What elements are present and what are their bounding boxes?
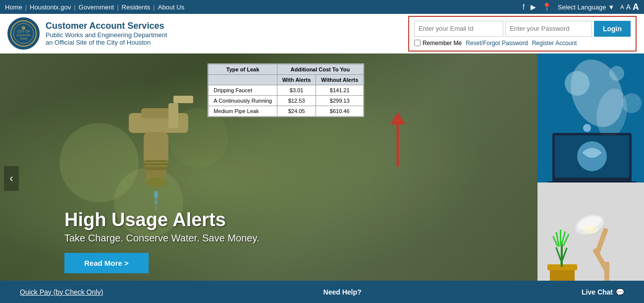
nav-links: Home | Houstontx.gov | Government | Resi… xyxy=(5,3,184,11)
svg-point-44 xyxy=(584,226,598,234)
font-large-btn[interactable]: A xyxy=(633,2,639,12)
login-button[interactable]: Login xyxy=(594,21,631,37)
site-subtitle-1: Public Works and Engineering Department xyxy=(46,31,167,39)
hero-subtitle: Take Charge. Conserve Water. Save Money. xyxy=(64,233,260,244)
table-row: A Continuously Running $12.53 $299.13 xyxy=(209,96,364,106)
svg-point-29 xyxy=(622,93,642,113)
site-title: Customer Account Services xyxy=(46,21,167,31)
maps-icon[interactable]: 📍 xyxy=(542,2,552,12)
footer-bar: Quick Pay (by Check Only) Need Help? Liv… xyxy=(0,281,644,303)
svg-text:TEXAS: TEXAS xyxy=(20,38,27,40)
table-header-cost: Additional Cost To You xyxy=(277,64,363,75)
login-inputs-row: Login xyxy=(414,21,631,37)
login-area: Login Remember Me Reset/Forgot Password … xyxy=(408,16,637,52)
youtube-icon[interactable]: ▶ xyxy=(531,3,536,11)
residents-link[interactable]: Residents xyxy=(122,3,151,11)
leak-type-cell: A Continuously Running xyxy=(209,96,277,106)
leak-cost-table: Type of Leak Additional Cost To You With… xyxy=(208,63,364,117)
remember-me-checkbox[interactable] xyxy=(414,40,421,46)
site-header: CITY OF HOUSTON TEXAS Customer Account S… xyxy=(0,14,644,54)
svg-point-17 xyxy=(155,199,158,205)
reset-password-link[interactable]: Reset/Forgot Password xyxy=(466,40,528,47)
svg-rect-11 xyxy=(168,103,178,128)
svg-rect-19 xyxy=(144,160,168,170)
svg-text:CITY OF: CITY OF xyxy=(17,30,30,33)
main-content: Type of Leak Additional Cost To You With… xyxy=(0,54,644,303)
leak-type-cell: Dripping Faucet xyxy=(209,85,277,96)
header-title: Customer Account Services Public Works a… xyxy=(46,21,167,46)
live-chat-icon: 💬 xyxy=(616,288,624,296)
leak-without-alerts-cell: $610.46 xyxy=(316,106,364,117)
table-subheader-with-alerts: With Alerts xyxy=(277,75,316,85)
chevron-down-icon: ▼ xyxy=(608,3,614,11)
about-link[interactable]: About Us xyxy=(158,3,184,11)
table-subheader-empty xyxy=(209,75,277,85)
register-account-link[interactable]: Register Account xyxy=(532,40,577,47)
svg-point-28 xyxy=(609,66,624,81)
live-chat-label: Live Chat xyxy=(582,288,613,296)
home-link[interactable]: Home xyxy=(5,3,22,11)
svg-point-27 xyxy=(565,71,590,96)
sep3: | xyxy=(117,3,118,11)
svg-point-30 xyxy=(583,124,591,132)
svg-rect-12 xyxy=(173,96,193,103)
table-row: Medium Pipe Leak $24.05 $610.46 xyxy=(209,106,364,117)
sep1: | xyxy=(25,3,27,11)
leak-table: Type of Leak Additional Cost To You With… xyxy=(208,64,364,117)
table-header-type: Type of Leak xyxy=(209,64,277,75)
select-language-label: Select Language xyxy=(558,3,606,11)
slider-prev-arrow[interactable]: ‹ xyxy=(4,166,19,191)
nav-right: f ▶ 📍 Select Language ▼ A A A xyxy=(523,2,639,12)
svg-point-16 xyxy=(154,191,158,199)
password-input[interactable] xyxy=(505,21,592,37)
remember-me-text: Remember Me xyxy=(423,40,462,47)
leak-with-alerts-cell: $24.05 xyxy=(277,106,316,117)
leak-without-alerts-cell: $141.21 xyxy=(316,85,364,96)
svg-point-15 xyxy=(145,178,167,187)
leak-type-cell: Medium Pipe Leak xyxy=(209,106,277,117)
site-subtitle-2: an Official Site of the City of Houston xyxy=(46,39,167,46)
svg-point-5 xyxy=(22,26,25,30)
right-panel xyxy=(537,54,644,303)
svg-rect-51 xyxy=(560,230,561,245)
table-row: Dripping Faucet $3.01 $141.21 xyxy=(209,85,364,96)
top-navigation: Home | Houstontx.gov | Government | Resi… xyxy=(0,0,644,14)
font-medium-btn[interactable]: A xyxy=(626,3,631,11)
leak-with-alerts-cell: $3.01 xyxy=(277,85,316,96)
svg-marker-23 xyxy=(390,112,405,124)
svg-text:HOUSTON: HOUSTON xyxy=(17,34,30,37)
houstontx-link[interactable]: Houstontx.gov xyxy=(30,3,71,11)
site-logo: CITY OF HOUSTON TEXAS Customer Account S… xyxy=(7,17,167,50)
logo-circle: CITY OF HOUSTON TEXAS xyxy=(7,17,40,50)
leak-with-alerts-cell: $12.53 xyxy=(277,96,316,106)
email-input[interactable] xyxy=(414,21,503,37)
font-size-controls: A A A xyxy=(620,2,639,12)
remember-me-label[interactable]: Remember Me xyxy=(414,40,462,47)
quick-pay-link[interactable]: Quick Pay (by Check Only) xyxy=(20,288,103,296)
font-small-btn[interactable]: A xyxy=(620,4,624,10)
hero-overlay: High Usage Alerts Take Charge. Conserve … xyxy=(64,209,260,273)
hero-slider: Type of Leak Additional Cost To You With… xyxy=(0,54,537,303)
live-chat-button[interactable]: Live Chat 💬 xyxy=(582,288,624,296)
hero-title: High Usage Alerts xyxy=(64,209,260,231)
login-links-row: Remember Me Reset/Forgot Password Regist… xyxy=(414,40,631,47)
need-help-text: Need Help? xyxy=(323,288,362,296)
sep2: | xyxy=(74,3,75,11)
red-arrow-indicator xyxy=(388,112,408,152)
read-more-button[interactable]: Read More > xyxy=(64,253,149,273)
table-subheader-without-alerts: Without Alerts xyxy=(316,75,364,85)
facebook-icon[interactable]: f xyxy=(523,3,525,11)
leak-without-alerts-cell: $299.13 xyxy=(316,96,364,106)
right-panel-image-top xyxy=(537,54,644,192)
sep4: | xyxy=(153,3,155,11)
select-language-dropdown[interactable]: Select Language ▼ xyxy=(558,3,614,11)
government-link[interactable]: Government xyxy=(79,3,114,11)
